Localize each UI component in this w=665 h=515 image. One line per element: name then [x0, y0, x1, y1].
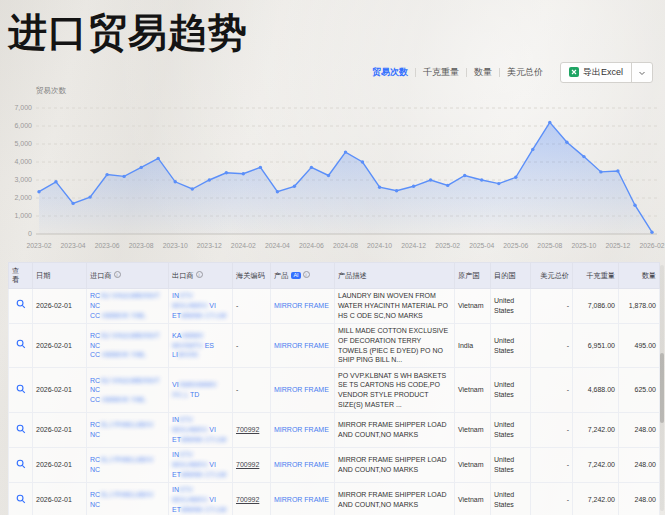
exporter-cell[interactable]: INXTV WVLHMXV VIETMWNK CT-LW	[169, 412, 233, 447]
x-axis-tick-label: 2025-06	[503, 242, 528, 249]
metric-tab-4[interactable]: 美元总价	[500, 66, 550, 79]
view-details-button[interactable]	[9, 482, 33, 515]
importer-line: RCXLJ PHWLUBXV NC	[90, 455, 165, 474]
importer-text: NC	[90, 501, 100, 508]
col-header-view: 查看	[9, 263, 33, 289]
col-header-importer: 进口商i	[87, 263, 169, 289]
x-axis-tick-label: 2023-06	[95, 242, 120, 249]
view-details-button[interactable]	[9, 368, 33, 413]
product-link[interactable]: MIRROR FRAME	[274, 302, 329, 309]
destination-country-cell: United States	[491, 412, 531, 447]
view-details-button[interactable]	[9, 412, 33, 447]
exporter-cell[interactable]: KAHMWV WVXMTV ESLIWVXK	[169, 323, 233, 368]
table-row: 2026-02-01RCXLJ PHWLUBXV NCINXTV WVLHMXV…	[9, 482, 660, 515]
exporter-text: KA	[172, 332, 181, 339]
table-row: 2026-02-01RCXLJ PHWLUBXV NCINXTV WVLHMXV…	[9, 447, 660, 482]
metric-tab-2[interactable]: 千克重量	[416, 66, 466, 79]
metric-tab-1[interactable]: 贸易次数	[365, 66, 415, 79]
metric-tabs: 贸易次数千克重量数量美元总价	[365, 66, 550, 79]
excel-icon	[569, 67, 579, 79]
redacted-text: MWNK CT-LW	[181, 471, 226, 478]
usd-total-cell: -	[531, 412, 573, 447]
exporter-text: IN	[172, 416, 179, 423]
y-axis-tick-label: 5,000	[6, 140, 32, 147]
usd-total-cell: -	[531, 368, 573, 413]
date-cell: 2026-02-01	[33, 323, 87, 368]
metric-toolbar: 贸易次数千克重量数量美元总价 导出Excel	[365, 62, 653, 83]
product-link[interactable]: MIRROR FRAME	[274, 342, 329, 349]
x-axis-tick-label: 2025-02	[435, 242, 460, 249]
exporter-cell[interactable]: VIXWKHMWV XV.,L TD	[169, 368, 233, 413]
x-axis-tick-label: 2024-04	[265, 242, 290, 249]
info-circle-icon[interactable]: i	[114, 271, 121, 278]
exporter-line: KAHMWV WVXMTV ES	[172, 331, 229, 350]
area-line-chart	[36, 98, 657, 238]
importer-cell[interactable]: RCXU VHULWBXNVT NCCC HMWVK YWL	[87, 368, 169, 413]
redacted-text: HMWVK YWL	[100, 351, 146, 358]
importer-cell[interactable]: RCXLJ PHWLUBXV NC	[87, 447, 169, 482]
exporter-cell[interactable]: INXTV WVLHMXV VIETMWNK CT-LW	[169, 288, 233, 323]
product-link[interactable]: MIRROR FRAME	[274, 461, 329, 468]
date-cell: 2026-02-01	[33, 412, 87, 447]
table-header-row: 查看日期进口商i出口商i海关编码产品AIi产品描述原产国目的国美元总价千克重量数…	[9, 263, 660, 289]
hs-code-link[interactable]: 700992	[236, 496, 259, 503]
importer-text: RC	[90, 292, 100, 299]
importer-line: CC HMWVK YWL	[90, 395, 165, 405]
exporter-text: TD	[190, 391, 199, 398]
table-scrollbar[interactable]	[660, 265, 664, 511]
export-excel-button[interactable]: 导出Excel	[561, 63, 631, 82]
col-header-kg: 千克重量	[573, 263, 619, 289]
product-link[interactable]: MIRROR FRAME	[274, 426, 329, 433]
exporter-line: ETMWNK CT-LW	[172, 470, 229, 480]
chart-series-label: 贸易次数	[36, 86, 66, 96]
col-header-desc: 产品描述	[335, 263, 455, 289]
x-axis-tick-label: 2025-04	[469, 242, 494, 249]
date-cell: 2026-02-01	[33, 482, 87, 515]
x-axis-tick-label: 2025-12	[605, 242, 630, 249]
description-cell: MIRROR FRAME SHIPPER LOAD AND COUNT,NO M…	[335, 412, 455, 447]
exporter-text: ET	[172, 436, 181, 443]
view-details-button[interactable]	[9, 288, 33, 323]
description-cell: MILL MADE COTTON EXCLUSIVE OF DECORATION…	[335, 323, 455, 368]
col-header-exporter: 出口商i	[169, 263, 233, 289]
redacted-text: XU VHULWBXNVT	[100, 377, 160, 384]
view-details-button[interactable]	[9, 323, 33, 368]
col-header-dest: 目的国	[491, 263, 531, 289]
exporter-cell[interactable]: INXTV WVLHMXV VIETMWNK CT-LW	[169, 447, 233, 482]
usd-total-cell: -	[531, 288, 573, 323]
hs-code-cell: 700992	[233, 447, 271, 482]
export-button-group: 导出Excel	[560, 62, 653, 83]
product-link[interactable]: MIRROR FRAME	[274, 386, 329, 393]
importer-cell[interactable]: RCXU VHULWBXNVT NCCC HMWVK YWL	[87, 323, 169, 368]
exporter-line: ETMWNK CT-LW	[172, 435, 229, 445]
info-circle-icon[interactable]: i	[196, 271, 203, 278]
table-scrollbar-thumb[interactable]	[660, 353, 664, 423]
importer-line: CC HMWVK YWL	[90, 311, 165, 321]
kg-weight-cell: 7,242.00	[573, 447, 619, 482]
export-dropdown-button[interactable]	[631, 63, 652, 82]
quantity-cell: 625.00	[619, 368, 660, 413]
hs-code-link[interactable]: 700992	[236, 461, 259, 468]
hs-code-link[interactable]: 700992	[236, 426, 259, 433]
importer-cell[interactable]: RCXLJ PHWLUBXV NC	[87, 412, 169, 447]
info-circle-icon[interactable]: i	[303, 271, 310, 278]
importer-cell[interactable]: RCXLJ PHWLUBXV NC	[87, 482, 169, 515]
x-axis-tick-label: 2024-08	[333, 242, 358, 249]
importer-text: NC	[90, 342, 100, 349]
product-cell: MIRROR FRAME	[271, 412, 335, 447]
importer-text: NC	[90, 302, 100, 309]
metric-tab-3[interactable]: 数量	[467, 66, 499, 79]
x-axis-tick-label: 2025-10	[571, 242, 596, 249]
date-cell: 2026-02-01	[33, 368, 87, 413]
importer-cell[interactable]: RCXU VHULWBXNVT NCCC HMWVK YWL	[87, 288, 169, 323]
exporter-cell[interactable]: INXTV WVLHMXV VIETMWNK CT-LW	[169, 482, 233, 515]
destination-country-cell: United States	[491, 447, 531, 482]
ai-badge: AI	[291, 272, 300, 280]
product-link[interactable]: MIRROR FRAME	[274, 496, 329, 503]
importer-line: RCXU VHULWBXNVT NC	[90, 331, 165, 350]
view-details-button[interactable]	[9, 447, 33, 482]
y-axis-tick-label: 7,000	[6, 104, 32, 111]
col-header-usd: 美元总价	[531, 263, 573, 289]
trend-chart: 贸易次数 01,0002,0003,0004,0005,0006,0007,00…	[6, 84, 659, 260]
description-cell: PO VVP.KLBNAT S WH BASKETS SE TS CARTONS…	[335, 368, 455, 413]
